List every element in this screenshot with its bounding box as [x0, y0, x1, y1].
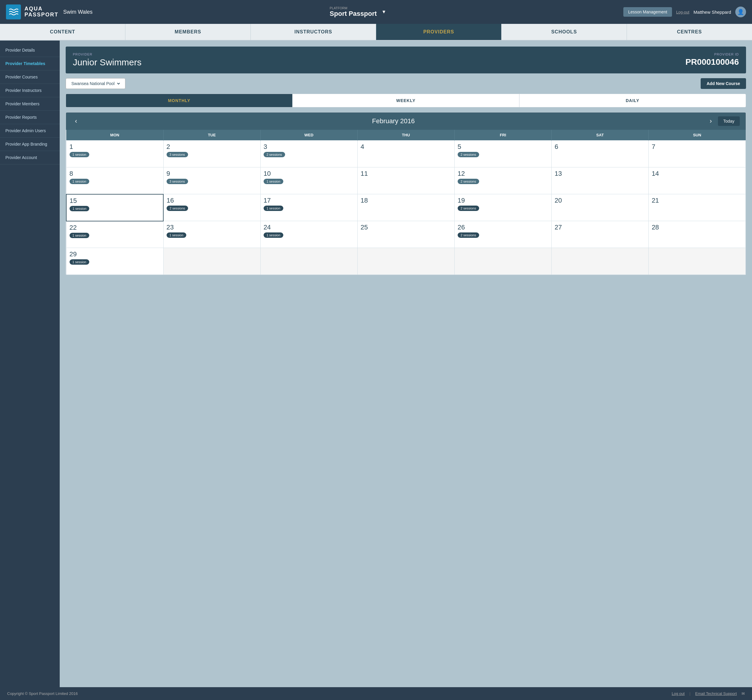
- calendar-cell[interactable]: 262 sessions: [454, 221, 552, 248]
- day-number: 22: [70, 224, 160, 231]
- venue-dropdown[interactable]: Swansea National Pool Cardiff Pool Newpo…: [70, 81, 121, 86]
- session-badge[interactable]: 2 sessions: [458, 233, 479, 238]
- calendar-cell[interactable]: 28: [648, 221, 746, 248]
- view-tabs: MONTHLY WEEKLY DAILY: [66, 94, 746, 107]
- session-badge[interactable]: 1 session: [166, 233, 186, 238]
- calendar-cell[interactable]: 20: [552, 194, 648, 221]
- calendar-cell[interactable]: 93 sessions: [163, 168, 260, 194]
- user-avatar[interactable]: 👤: [735, 6, 746, 17]
- main-layout: Provider Details Provider Timetables Pro…: [0, 40, 752, 687]
- add-course-button[interactable]: Add New Course: [701, 78, 746, 89]
- footer-logout-link[interactable]: Log out: [672, 691, 685, 696]
- tab-content[interactable]: CONTENT: [0, 24, 125, 40]
- sidebar-item-provider-members[interactable]: Provider Members: [0, 97, 60, 111]
- day-number: 27: [555, 224, 645, 231]
- tab-members[interactable]: MEMBERS: [125, 24, 251, 40]
- session-badge[interactable]: 1 session: [70, 233, 89, 238]
- session-badge[interactable]: 1 session: [70, 259, 89, 265]
- day-number: 25: [360, 224, 451, 231]
- calendar-cell: [454, 248, 552, 275]
- calendar-cell[interactable]: 6: [552, 141, 648, 168]
- calendar-cell[interactable]: 23 sessions: [163, 141, 260, 168]
- footer-separator: |: [689, 691, 690, 696]
- logout-link-top[interactable]: Log-out: [676, 10, 689, 14]
- calendar-cell[interactable]: 291 session: [66, 248, 163, 275]
- day-number: 4: [360, 143, 451, 151]
- session-badge[interactable]: 1 session: [264, 179, 283, 184]
- calendar-cell[interactable]: 231 session: [163, 221, 260, 248]
- platform-dropdown-arrow[interactable]: ▼: [382, 9, 386, 15]
- calendar-prev-button[interactable]: ‹: [72, 116, 80, 126]
- venue-selector[interactable]: Swansea National Pool Cardiff Pool Newpo…: [66, 78, 125, 89]
- sidebar-item-provider-account[interactable]: Provider Account: [0, 151, 60, 165]
- sidebar-item-provider-reports[interactable]: Provider Reports: [0, 111, 60, 124]
- calendar-cell[interactable]: 101 session: [260, 168, 357, 194]
- calendar-cell[interactable]: 7: [648, 141, 746, 168]
- view-tab-weekly[interactable]: WEEKLY: [292, 94, 519, 107]
- day-number: 1: [70, 143, 160, 151]
- tab-providers[interactable]: PROVIDERS: [376, 24, 502, 40]
- sidebar-item-provider-instructors[interactable]: Provider Instructors: [0, 84, 60, 97]
- session-badge[interactable]: 2 sessions: [458, 152, 479, 157]
- calendar-cell[interactable]: 241 session: [260, 221, 357, 248]
- calendar-cell[interactable]: 171 session: [260, 194, 357, 221]
- weekday-thu: THU: [357, 130, 454, 141]
- calendar-cell[interactable]: 52 sessions: [454, 141, 552, 168]
- calendar-cell[interactable]: 221 session: [66, 221, 163, 248]
- calendar-next-button[interactable]: ›: [707, 116, 715, 126]
- calendar-cell[interactable]: 21: [648, 194, 746, 221]
- calendar-cell[interactable]: 11: [357, 168, 454, 194]
- calendar-cell[interactable]: 151 session: [66, 194, 163, 221]
- day-number: 28: [652, 224, 743, 231]
- session-badge[interactable]: 2 sessions: [458, 206, 479, 211]
- session-badge[interactable]: 1 session: [70, 179, 89, 184]
- calendar-cell[interactable]: 4: [357, 141, 454, 168]
- session-badge[interactable]: 1 session: [70, 206, 89, 211]
- calendar-cell[interactable]: 11 session: [66, 141, 163, 168]
- calendar-cell[interactable]: 81 session: [66, 168, 163, 194]
- session-badge[interactable]: 1 session: [264, 206, 283, 211]
- calendar-cell[interactable]: 27: [552, 221, 648, 248]
- tab-instructors[interactable]: INSTRUCTORS: [251, 24, 376, 40]
- calendar-cell[interactable]: 122 sessions: [454, 168, 552, 194]
- calendar-cell[interactable]: 192 sessions: [454, 194, 552, 221]
- day-number: 13: [555, 170, 645, 177]
- calendar-today-button[interactable]: Today: [718, 116, 740, 126]
- platform-label: PLATFORM: [329, 6, 347, 10]
- platform-selector[interactable]: PLATFORM Sport Passport ▼: [329, 6, 386, 18]
- platform-dropdown[interactable]: PLATFORM Sport Passport: [329, 6, 377, 18]
- sidebar-item-provider-timetables[interactable]: Provider Timetables: [0, 57, 60, 70]
- sidebar-item-provider-app-branding[interactable]: Provider App Branding: [0, 138, 60, 151]
- lesson-management-button[interactable]: Lesson Management: [623, 7, 672, 17]
- day-number: 6: [555, 143, 645, 151]
- session-badge[interactable]: 1 session: [264, 233, 283, 238]
- calendar-cell[interactable]: 14: [648, 168, 746, 194]
- weekday-sun: SUN: [648, 130, 746, 141]
- sidebar-item-provider-courses[interactable]: Provider Courses: [0, 70, 60, 84]
- session-badge[interactable]: 2 sessions: [264, 152, 285, 157]
- calendar-cell: [260, 248, 357, 275]
- day-number: 15: [70, 197, 160, 205]
- session-badge[interactable]: 2 sessions: [458, 179, 479, 184]
- session-badge[interactable]: 3 sessions: [166, 152, 188, 157]
- session-badge[interactable]: 2 sessions: [166, 206, 188, 211]
- sidebar-item-provider-admin-users[interactable]: Provider Admin Users: [0, 124, 60, 138]
- day-number: 26: [458, 224, 548, 231]
- sidebar-item-provider-details[interactable]: Provider Details: [0, 43, 60, 57]
- session-badge[interactable]: 1 session: [70, 152, 89, 157]
- tab-schools[interactable]: SCHOOLS: [502, 24, 627, 40]
- session-badge[interactable]: 3 sessions: [166, 179, 188, 184]
- day-number: 16: [166, 197, 257, 204]
- day-number: 23: [166, 224, 257, 231]
- tab-centres[interactable]: CENTRES: [627, 24, 752, 40]
- weekday-wed: WED: [260, 130, 357, 141]
- calendar-cell[interactable]: 32 sessions: [260, 141, 357, 168]
- calendar-cell[interactable]: 13: [552, 168, 648, 194]
- top-bar: AQUA PASSPORT Swim Wales PLATFORM Sport …: [0, 0, 752, 24]
- footer-support-link[interactable]: Email Technical Support: [695, 691, 737, 696]
- view-tab-monthly[interactable]: MONTHLY: [66, 94, 292, 107]
- calendar-cell[interactable]: 162 sessions: [163, 194, 260, 221]
- view-tab-daily[interactable]: DAILY: [519, 94, 746, 107]
- calendar-cell[interactable]: 25: [357, 221, 454, 248]
- calendar-cell[interactable]: 18: [357, 194, 454, 221]
